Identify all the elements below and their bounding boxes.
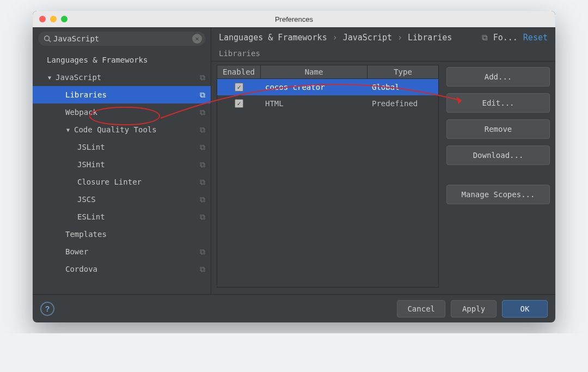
copy-icon: ⧉ [200,265,205,274]
reset-link[interactable]: Reset [523,33,548,42]
download-button[interactable]: Download... [446,145,550,165]
crumb-libraries: Libraries [408,33,452,42]
tree-item-bower[interactable]: Bower ⧉ [33,243,211,260]
cell-name: cocos creator [261,83,367,92]
svg-point-0 [45,36,50,41]
tree-item-javascript[interactable]: ▼ JavaScript ⧉ [33,69,211,86]
copy-icon: ⧉ [200,108,205,117]
settings-tree: Languages & Frameworks ▼ JavaScript ⧉ Li… [33,49,211,294]
tree-item-jslint[interactable]: JSLint ⧉ [33,138,211,156]
th-name[interactable]: Name [261,65,367,78]
cell-type: Global [367,83,438,92]
libraries-table: Enabled Name Type ✓ cocos creator Global… [217,65,439,288]
chevron-down-icon: ▼ [65,127,71,133]
dialog-footer: ? Cancel Apply OK [33,294,555,322]
project-context-label[interactable]: Fo... [493,33,518,42]
main-panel: Languages & Frameworks › JavaScript › Li… [211,27,555,294]
table-row[interactable]: ✓ cocos creator Global [217,79,438,95]
section-title: Libraries [211,46,555,62]
th-type[interactable]: Type [367,65,438,78]
tree-item-closure-linter[interactable]: Closure Linter ⧉ [33,173,211,191]
button-spacer [446,172,550,178]
action-buttons: Add... Edit... Remove Download... Manage… [446,65,550,288]
help-button[interactable]: ? [40,302,54,316]
cancel-button[interactable]: Cancel [397,300,445,318]
tree-item-jscs[interactable]: JSCS ⧉ [33,191,211,208]
apply-button[interactable]: Apply [451,300,497,318]
tree-section-header[interactable]: Languages & Frameworks [33,51,211,69]
edit-button[interactable]: Edit... [446,93,550,113]
search-field[interactable]: ✕ [38,32,205,46]
manage-scopes-button[interactable]: Manage Scopes... [446,185,550,204]
project-icon: ⧉ [482,33,488,42]
svg-line-1 [49,40,51,42]
copy-icon: ⧉ [200,178,205,187]
copy-icon: ⧉ [200,212,205,222]
crumb-javascript[interactable]: JavaScript [343,33,392,42]
add-button[interactable]: Add... [446,67,550,87]
tree-item-templates[interactable]: Templates [33,225,211,243]
cell-type: Predefined [367,99,438,108]
breadcrumb: Languages & Frameworks › JavaScript › Li… [211,27,555,46]
titlebar: Preferences [33,11,555,27]
tree-item-jshint[interactable]: JSHint ⧉ [33,156,211,173]
remove-button[interactable]: Remove [446,119,550,139]
copy-icon: ⧉ [200,195,205,204]
table-row[interactable]: ✓ HTML Predefined [217,95,438,112]
chevron-down-icon: ▼ [47,75,52,81]
search-input[interactable] [53,34,192,43]
window-title: Preferences [33,15,555,23]
ok-button[interactable]: OK [502,300,548,318]
copy-icon: ⧉ [200,160,205,169]
enabled-checkbox[interactable]: ✓ [235,83,243,92]
search-icon [44,35,51,42]
clear-search-icon[interactable]: ✕ [192,34,202,44]
tree-item-libraries[interactable]: Libraries ⧉ [33,86,211,103]
preferences-window: Preferences ✕ Languages & Frameworks ▼ [33,11,555,322]
crumb-languages-frameworks[interactable]: Languages & Frameworks [219,33,327,42]
copy-icon: ⧉ [200,90,205,100]
breadcrumb-separator-icon: › [397,33,402,42]
table-header: Enabled Name Type [217,65,438,79]
tree-item-eslint[interactable]: ESLint ⧉ [33,208,211,225]
copy-icon: ⧉ [200,247,205,257]
tree-item-code-quality-tools[interactable]: ▼ Code Quality Tools ⧉ [33,121,211,138]
breadcrumb-separator-icon: › [333,33,338,42]
copy-icon: ⧉ [200,125,205,135]
tree-item-cordova[interactable]: Cordova ⧉ [33,260,211,278]
enabled-checkbox[interactable]: ✓ [235,99,243,108]
cell-name: HTML [261,99,367,108]
copy-icon: ⧉ [200,73,205,82]
copy-icon: ⧉ [200,143,205,152]
th-enabled[interactable]: Enabled [217,65,261,78]
tree-item-webpack[interactable]: Webpack ⧉ [33,103,211,121]
sidebar: ✕ Languages & Frameworks ▼ JavaScript ⧉ … [33,27,211,294]
